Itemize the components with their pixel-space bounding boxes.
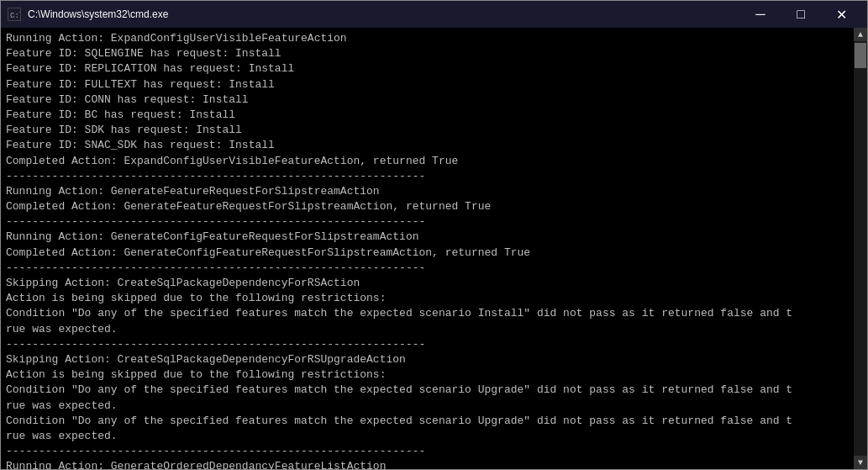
console-line: Action is being skipped due to the follo… [6,291,849,306]
console-line: ----------------------------------------… [6,261,849,276]
console-line: Skipping Action: CreateSqlPackageDepende… [6,276,849,291]
window-title: C:\Windows\system32\cmd.exe [28,8,168,20]
scrollbar-thumb[interactable] [855,43,866,68]
console-line: Feature ID: CONN has request: Install [6,92,849,108]
console-line: Completed Action: GenerateConfigFeatureR… [6,246,849,261]
console-line: Feature ID: BC has request: Install [6,108,849,123]
console-line: rue was expected. [6,429,849,444]
maximize-button[interactable]: □ [781,1,820,28]
scrollbar-track[interactable] [854,41,867,456]
console-line: Running Action: GenerateOrderedDependanc… [6,459,849,469]
console-output: Running Action: ExpandConfigUserVisibleF… [1,28,854,469]
scrollbar[interactable]: ▲ ▼ [854,28,867,469]
window-controls: ─ □ ✕ [741,1,860,28]
console-line: Feature ID: SQLENGINE has request: Insta… [6,46,849,61]
console-area: Running Action: ExpandConfigUserVisibleF… [1,28,867,469]
console-line: ----------------------------------------… [6,337,849,352]
console-line: Running Action: GenerateConfigFeatureReq… [6,230,849,245]
title-bar-left: C:\ C:\Windows\system32\cmd.exe [8,8,168,21]
console-line: Completed Action: ExpandConfigUserVisibl… [6,154,849,169]
close-button[interactable]: ✕ [822,1,860,28]
console-line: Running Action: GenerateFeatureRequestFo… [6,184,849,199]
console-line: rue was expected. [6,399,849,414]
console-line: Condition "Do any of the specified featu… [6,383,849,398]
console-line: ----------------------------------------… [6,214,849,230]
console-line: rue was expected. [6,322,849,337]
cmd-window: C:\ C:\Windows\system32\cmd.exe ─ □ ✕ Ru… [0,0,868,470]
console-line: Condition "Do any of the specified featu… [6,414,849,429]
console-line: Action is being skipped due to the follo… [6,367,849,383]
console-line: Feature ID: SNAC_SDK has request: Instal… [6,138,849,153]
console-line: Skipping Action: CreateSqlPackageDepende… [6,352,849,367]
scroll-up-arrow[interactable]: ▲ [854,28,867,41]
console-line: Completed Action: GenerateFeatureRequest… [6,199,849,214]
console-line: Feature ID: FULLTEXT has request: Instal… [6,77,849,92]
console-line: Feature ID: REPLICATION has request: Ins… [6,61,849,77]
minimize-button[interactable]: ─ [741,1,780,28]
console-line: Condition "Do any of the specified featu… [6,306,849,321]
cmd-icon: C:\ [8,8,21,21]
title-bar: C:\ C:\Windows\system32\cmd.exe ─ □ ✕ [1,1,867,28]
console-line: ----------------------------------------… [6,444,849,459]
console-line: Feature ID: SDK has request: Install [6,123,849,138]
svg-text:C:\: C:\ [10,12,20,20]
console-line: ----------------------------------------… [6,169,849,184]
console-line: Running Action: ExpandConfigUserVisibleF… [6,31,849,46]
scroll-down-arrow[interactable]: ▼ [854,456,867,469]
